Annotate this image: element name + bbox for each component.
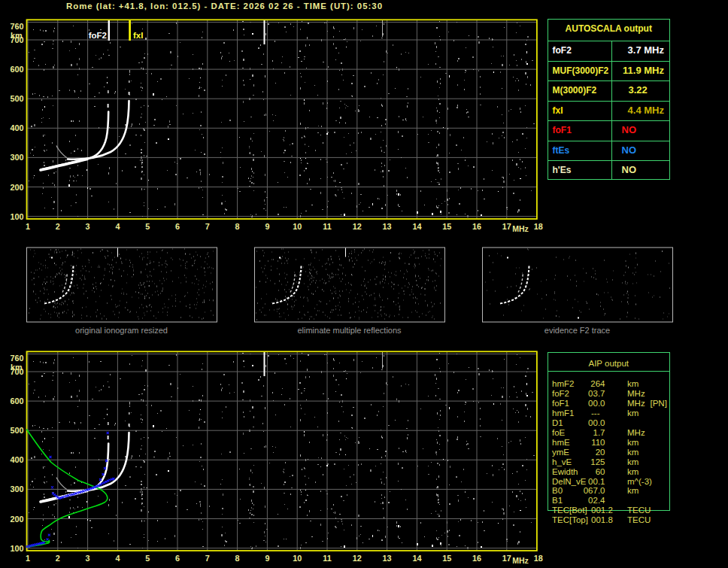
svg-text:500: 500	[10, 94, 23, 103]
svg-text:1: 1	[26, 222, 30, 231]
svg-text:8: 8	[235, 222, 240, 231]
svg-text:5: 5	[145, 222, 150, 231]
svg-text:100: 100	[10, 544, 23, 553]
svg-text:MHz: MHz	[512, 556, 529, 565]
svg-text:18: 18	[534, 222, 543, 231]
svg-text:Rome (lat: +41.8, lon: 012.5): Rome (lat: +41.8, lon: 012.5) - DATE: 20…	[66, 2, 383, 11]
svg-text:10: 10	[293, 222, 302, 231]
svg-text:7: 7	[205, 554, 210, 563]
svg-text:700: 700	[10, 367, 23, 376]
svg-text:760: 760	[10, 22, 23, 31]
svg-text:9: 9	[265, 222, 269, 231]
svg-text:200: 200	[10, 183, 23, 192]
svg-text:16: 16	[472, 554, 481, 563]
svg-text:3: 3	[86, 554, 90, 563]
svg-text:600: 600	[10, 396, 23, 405]
svg-text:foF2: foF2	[89, 31, 107, 40]
svg-text:400: 400	[10, 455, 23, 464]
svg-text:10: 10	[293, 554, 302, 563]
svg-text:8: 8	[235, 554, 240, 563]
svg-text:700: 700	[10, 35, 23, 44]
svg-text:MHz: MHz	[512, 224, 529, 233]
svg-text:14: 14	[412, 554, 421, 563]
svg-text:17: 17	[502, 554, 511, 563]
svg-text:6: 6	[175, 222, 180, 231]
svg-text:13: 13	[383, 222, 392, 231]
svg-text:1: 1	[26, 554, 30, 563]
svg-text:15: 15	[442, 222, 451, 231]
svg-text:6: 6	[175, 554, 180, 563]
svg-text:400: 400	[10, 123, 23, 132]
svg-text:13: 13	[383, 554, 392, 563]
svg-text:5: 5	[145, 554, 150, 563]
svg-text:500: 500	[10, 426, 23, 435]
svg-text:11: 11	[323, 222, 331, 231]
svg-text:3: 3	[86, 222, 90, 231]
svg-text:15: 15	[442, 554, 451, 563]
svg-text:600: 600	[10, 65, 23, 74]
svg-text:300: 300	[10, 484, 23, 494]
svg-text:4: 4	[115, 222, 120, 231]
svg-text:2: 2	[56, 222, 60, 231]
svg-text:eliminate multiple reflections: eliminate multiple reflections	[297, 326, 402, 335]
svg-text:100: 100	[10, 212, 23, 221]
svg-text:original ionogram resized: original ionogram resized	[75, 326, 168, 335]
svg-text:200: 200	[10, 515, 23, 524]
svg-text:300: 300	[10, 153, 23, 162]
svg-text:17: 17	[502, 222, 511, 231]
svg-text:evidence F2 trace: evidence F2 trace	[544, 326, 610, 335]
svg-text:9: 9	[265, 554, 269, 563]
svg-text:4: 4	[115, 554, 120, 563]
svg-text:760: 760	[10, 354, 23, 363]
svg-text:7: 7	[205, 222, 210, 231]
svg-text:12: 12	[353, 222, 362, 231]
svg-text:12: 12	[353, 554, 362, 563]
svg-text:18: 18	[534, 554, 543, 563]
svg-text:11: 11	[323, 554, 331, 563]
svg-text:fxI: fxI	[133, 31, 143, 40]
svg-text:16: 16	[472, 222, 481, 231]
svg-text:14: 14	[412, 222, 421, 231]
svg-text:2: 2	[56, 554, 60, 563]
